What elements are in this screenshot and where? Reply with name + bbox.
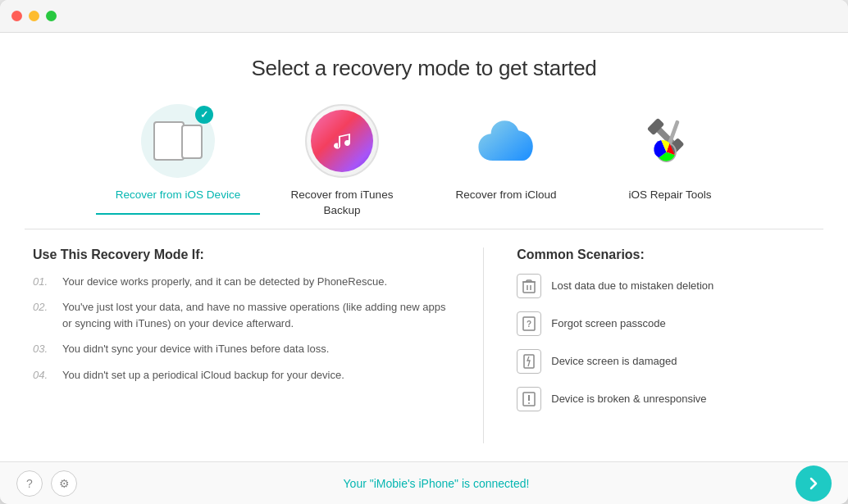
- mode-itunes[interactable]: Recover from iTunes Backup: [260, 104, 424, 229]
- footer-left: ? ⚙: [16, 470, 77, 497]
- svg-rect-5: [523, 282, 535, 293]
- ios-device-icon: [153, 116, 203, 166]
- list-num: 02.: [33, 299, 54, 331]
- list-text: You didn't set up a periodical iCloud ba…: [62, 367, 344, 384]
- broken-device-icon: [517, 387, 541, 411]
- help-button[interactable]: ?: [16, 470, 43, 497]
- scenario-item: Device is broken & unresponsive: [517, 387, 815, 411]
- scenario-item: Device screen is damaged: [517, 349, 815, 374]
- mode-ios-device[interactable]: ✓ Recover from iOS Device: [96, 104, 260, 215]
- settings-button[interactable]: ⚙: [51, 470, 77, 497]
- question-box-icon: ?: [522, 316, 536, 331]
- footer-right: [796, 465, 832, 502]
- footer: ? ⚙ Your "iMobie's iPhone" is connected!: [0, 461, 848, 504]
- exclamation-box-icon: [522, 392, 536, 406]
- scenario-item: Lost data due to mistaken deletion: [517, 274, 815, 298]
- svg-text:?: ?: [527, 320, 531, 329]
- repair-icon-wrap: [633, 104, 707, 178]
- list-text: You didn't sync your device with iTunes …: [62, 341, 329, 357]
- info-section: Use This Recovery Mode If: 01. Your devi…: [0, 229, 848, 461]
- header-section: Select a recovery mode to get started: [0, 33, 848, 96]
- traffic-lights: [11, 11, 57, 21]
- list-text: You've just lost your data, and have no …: [62, 299, 450, 331]
- main-window: Select a recovery mode to get started ✓ …: [0, 0, 848, 504]
- list-num: 04.: [33, 367, 54, 384]
- use-this-mode-title: Use This Recovery Mode If:: [33, 247, 450, 262]
- repair-tools-svg: [639, 108, 701, 174]
- main-title: Select a recovery mode to get started: [0, 56, 848, 81]
- list-item: 03. You didn't sync your device with iTu…: [33, 341, 450, 357]
- next-arrow-icon: [805, 475, 822, 492]
- icloud-icon-wrap: [469, 104, 543, 178]
- common-scenarios-title: Common Scenarios:: [517, 247, 815, 262]
- itunes-icon: [311, 110, 373, 172]
- mode-icloud[interactable]: Recover from iCloud: [424, 104, 588, 213]
- check-badge: ✓: [195, 106, 213, 124]
- modes-row: ✓ Recover from iOS Device Recover from i…: [0, 96, 848, 229]
- list-num: 03.: [33, 341, 54, 357]
- ipad-shape: [153, 121, 185, 161]
- svg-point-14: [528, 402, 530, 404]
- passcode-icon: ?: [517, 311, 541, 336]
- list-item: 02. You've just lost your data, and have…: [33, 299, 450, 331]
- footer-status: Your "iMobie's iPhone" is connected!: [77, 477, 796, 490]
- next-button[interactable]: [796, 465, 832, 502]
- repair-icon: [639, 110, 701, 172]
- minimize-button[interactable]: [29, 11, 39, 21]
- maximize-button[interactable]: [46, 11, 57, 21]
- ios-device-label: Recover from iOS Device: [116, 188, 240, 203]
- cracked-screen-icon: [522, 354, 536, 369]
- connection-status-text: Your "iMobie's iPhone" is connected!: [344, 477, 530, 490]
- music-note-svg: [327, 126, 357, 156]
- screen-damaged-icon: [517, 349, 541, 374]
- iphone-shape: [181, 125, 203, 159]
- use-list: 01. Your device works properly, and it c…: [33, 274, 450, 384]
- close-button[interactable]: [11, 11, 22, 21]
- icloud-icon: [473, 118, 539, 164]
- ios-device-icon-wrap: ✓: [141, 104, 215, 178]
- trash-icon: [522, 279, 536, 293]
- scenario-text: Device screen is damaged: [551, 355, 677, 367]
- titlebar: [0, 0, 848, 33]
- left-panel: Use This Recovery Mode If: 01. Your devi…: [33, 247, 450, 443]
- repair-label: iOS Repair Tools: [628, 188, 711, 203]
- scenario-text: Forgot screen passcode: [551, 317, 665, 329]
- right-panel: Common Scenarios: Lost data: [483, 247, 815, 443]
- icloud-label: Recover from iCloud: [455, 188, 556, 203]
- itunes-icon-wrap: [305, 104, 379, 178]
- help-icon: ?: [26, 477, 33, 490]
- scenario-text: Device is broken & unresponsive: [551, 393, 706, 405]
- deletion-icon: [517, 274, 541, 298]
- scenario-item: ? Forgot screen passcode: [517, 311, 815, 336]
- settings-icon: ⚙: [59, 477, 70, 490]
- scenarios-list: Lost data due to mistaken deletion ? For…: [517, 274, 815, 411]
- list-item: 04. You didn't set up a periodical iClou…: [33, 367, 450, 384]
- list-num: 01.: [33, 274, 54, 290]
- itunes-label: Recover from iTunes Backup: [291, 188, 394, 219]
- mode-repair[interactable]: iOS Repair Tools: [588, 104, 752, 213]
- list-text: Your device works properly, and it can b…: [62, 274, 387, 290]
- content-area: Select a recovery mode to get started ✓ …: [0, 33, 848, 504]
- list-item: 01. Your device works properly, and it c…: [33, 274, 450, 290]
- scenario-text: Lost data due to mistaken deletion: [551, 279, 714, 292]
